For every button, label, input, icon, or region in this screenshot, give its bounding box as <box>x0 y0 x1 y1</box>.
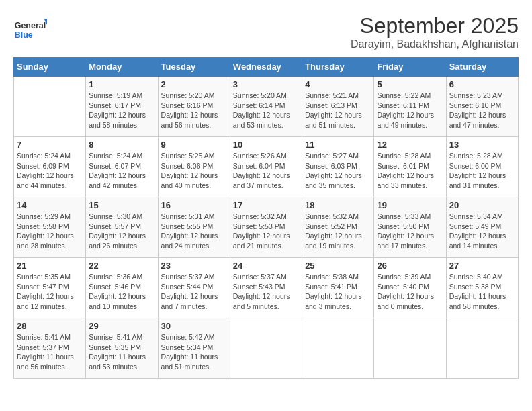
day-number: 2 <box>161 79 227 89</box>
day-number: 21 <box>17 261 83 271</box>
day-info: Sunrise: 5:36 AM Sunset: 5:46 PM Dayligh… <box>89 272 154 312</box>
day-info: Sunrise: 5:22 AM Sunset: 6:11 PM Dayligh… <box>377 91 443 130</box>
day-info: Sunrise: 5:29 AM Sunset: 5:58 PM Dayligh… <box>17 212 83 251</box>
day-info: Sunrise: 5:37 AM Sunset: 5:43 PM Dayligh… <box>233 272 299 312</box>
day-info: Sunrise: 5:34 AM Sunset: 5:49 PM Dayligh… <box>449 212 515 251</box>
day-info: Sunrise: 5:32 AM Sunset: 5:53 PM Dayligh… <box>233 212 299 251</box>
day-number: 19 <box>377 200 443 210</box>
day-info: Sunrise: 5:20 AM Sunset: 6:14 PM Dayligh… <box>233 91 299 130</box>
day-info: Sunrise: 5:28 AM Sunset: 6:00 PM Dayligh… <box>449 151 515 191</box>
calendar-cell: 20Sunrise: 5:34 AM Sunset: 5:49 PM Dayli… <box>446 197 518 258</box>
calendar-cell: 10Sunrise: 5:26 AM Sunset: 6:04 PM Dayli… <box>230 137 302 197</box>
weekday-header-friday: Friday <box>374 58 446 77</box>
day-number: 9 <box>161 140 227 150</box>
calendar-cell: 3Sunrise: 5:20 AM Sunset: 6:14 PM Daylig… <box>230 77 302 137</box>
calendar-cell: 30Sunrise: 5:42 AM Sunset: 5:34 PM Dayli… <box>158 318 230 379</box>
day-info: Sunrise: 5:21 AM Sunset: 6:13 PM Dayligh… <box>305 91 371 130</box>
day-number: 11 <box>305 140 371 150</box>
calendar-subtitle: Darayim, Badakhshan, Afghanistan <box>351 38 519 50</box>
calendar-cell: 2Sunrise: 5:20 AM Sunset: 6:16 PM Daylig… <box>158 77 230 137</box>
day-info: Sunrise: 5:20 AM Sunset: 6:16 PM Dayligh… <box>161 91 227 130</box>
calendar-cell: 21Sunrise: 5:35 AM Sunset: 5:47 PM Dayli… <box>14 258 86 318</box>
day-number: 14 <box>17 200 83 210</box>
day-info: Sunrise: 5:37 AM Sunset: 5:44 PM Dayligh… <box>161 272 227 312</box>
day-number: 30 <box>161 321 227 331</box>
week-row-3: 14Sunrise: 5:29 AM Sunset: 5:58 PM Dayli… <box>14 197 519 258</box>
calendar-cell: 16Sunrise: 5:31 AM Sunset: 5:55 PM Dayli… <box>158 197 230 258</box>
day-info: Sunrise: 5:41 AM Sunset: 5:37 PM Dayligh… <box>17 332 83 372</box>
day-info: Sunrise: 5:27 AM Sunset: 6:03 PM Dayligh… <box>305 151 371 191</box>
calendar-table: SundayMondayTuesdayWednesdayThursdayFrid… <box>13 57 519 379</box>
calendar-cell: 23Sunrise: 5:37 AM Sunset: 5:44 PM Dayli… <box>158 258 230 318</box>
calendar-cell: 18Sunrise: 5:32 AM Sunset: 5:52 PM Dayli… <box>302 197 374 258</box>
day-number: 23 <box>161 261 227 271</box>
day-info: Sunrise: 5:31 AM Sunset: 5:55 PM Dayligh… <box>161 212 227 251</box>
calendar-cell: 1Sunrise: 5:19 AM Sunset: 6:17 PM Daylig… <box>86 77 158 137</box>
calendar-cell: 28Sunrise: 5:41 AM Sunset: 5:37 PM Dayli… <box>14 318 86 379</box>
weekday-header-wednesday: Wednesday <box>230 58 302 77</box>
calendar-cell <box>14 77 86 137</box>
calendar-cell: 19Sunrise: 5:33 AM Sunset: 5:50 PM Dayli… <box>374 197 446 258</box>
day-info: Sunrise: 5:24 AM Sunset: 6:09 PM Dayligh… <box>17 151 83 191</box>
day-info: Sunrise: 5:40 AM Sunset: 5:38 PM Dayligh… <box>449 272 515 312</box>
calendar-cell: 22Sunrise: 5:36 AM Sunset: 5:46 PM Dayli… <box>86 258 158 318</box>
day-number: 13 <box>449 140 515 150</box>
svg-text:Blue: Blue <box>15 30 33 40</box>
day-number: 29 <box>89 321 154 331</box>
day-info: Sunrise: 5:30 AM Sunset: 5:57 PM Dayligh… <box>89 212 154 251</box>
week-row-5: 28Sunrise: 5:41 AM Sunset: 5:37 PM Dayli… <box>14 318 519 379</box>
day-info: Sunrise: 5:35 AM Sunset: 5:47 PM Dayligh… <box>17 272 83 312</box>
weekday-header-thursday: Thursday <box>302 58 374 77</box>
day-number: 6 <box>449 79 515 89</box>
weekday-header-sunday: Sunday <box>14 58 86 77</box>
calendar-cell <box>446 318 518 379</box>
day-number: 15 <box>89 200 154 210</box>
weekday-header-monday: Monday <box>86 58 158 77</box>
day-number: 25 <box>305 261 371 271</box>
day-number: 28 <box>17 321 83 331</box>
calendar-cell: 9Sunrise: 5:25 AM Sunset: 6:06 PM Daylig… <box>158 137 230 197</box>
calendar-cell: 15Sunrise: 5:30 AM Sunset: 5:57 PM Dayli… <box>86 197 158 258</box>
calendar-cell <box>230 318 302 379</box>
title-block: September 2025 Darayim, Badakhshan, Afgh… <box>351 13 519 50</box>
weekday-header-row: SundayMondayTuesdayWednesdayThursdayFrid… <box>14 58 519 77</box>
day-number: 20 <box>449 200 515 210</box>
calendar-cell: 24Sunrise: 5:37 AM Sunset: 5:43 PM Dayli… <box>230 258 302 318</box>
day-info: Sunrise: 5:23 AM Sunset: 6:10 PM Dayligh… <box>449 91 515 130</box>
day-number: 26 <box>377 261 443 271</box>
day-number: 4 <box>305 79 371 89</box>
day-info: Sunrise: 5:32 AM Sunset: 5:52 PM Dayligh… <box>305 212 371 251</box>
calendar-cell: 25Sunrise: 5:38 AM Sunset: 5:41 PM Dayli… <box>302 258 374 318</box>
calendar-cell: 8Sunrise: 5:24 AM Sunset: 6:07 PM Daylig… <box>86 137 158 197</box>
calendar-cell: 13Sunrise: 5:28 AM Sunset: 6:00 PM Dayli… <box>446 137 518 197</box>
calendar-cell: 4Sunrise: 5:21 AM Sunset: 6:13 PM Daylig… <box>302 77 374 137</box>
day-number: 10 <box>233 140 299 150</box>
day-info: Sunrise: 5:33 AM Sunset: 5:50 PM Dayligh… <box>377 212 443 251</box>
day-info: Sunrise: 5:26 AM Sunset: 6:04 PM Dayligh… <box>233 151 299 191</box>
day-number: 22 <box>89 261 154 271</box>
logo: General Blue <box>13 13 47 47</box>
day-number: 3 <box>233 79 299 89</box>
day-number: 16 <box>161 200 227 210</box>
day-number: 12 <box>377 140 443 150</box>
calendar-cell: 11Sunrise: 5:27 AM Sunset: 6:03 PM Dayli… <box>302 137 374 197</box>
logo-svg: General Blue <box>13 13 47 47</box>
weekday-header-tuesday: Tuesday <box>158 58 230 77</box>
day-number: 17 <box>233 200 299 210</box>
calendar-cell: 26Sunrise: 5:39 AM Sunset: 5:40 PM Dayli… <box>374 258 446 318</box>
calendar-cell: 29Sunrise: 5:41 AM Sunset: 5:35 PM Dayli… <box>86 318 158 379</box>
day-info: Sunrise: 5:39 AM Sunset: 5:40 PM Dayligh… <box>377 272 443 312</box>
calendar-cell: 6Sunrise: 5:23 AM Sunset: 6:10 PM Daylig… <box>446 77 518 137</box>
day-number: 24 <box>233 261 299 271</box>
day-info: Sunrise: 5:41 AM Sunset: 5:35 PM Dayligh… <box>89 332 154 372</box>
svg-text:General: General <box>15 21 46 31</box>
week-row-2: 7Sunrise: 5:24 AM Sunset: 6:09 PM Daylig… <box>14 137 519 197</box>
day-number: 8 <box>89 140 154 150</box>
day-info: Sunrise: 5:25 AM Sunset: 6:06 PM Dayligh… <box>161 151 227 191</box>
calendar-title: September 2025 <box>351 13 519 38</box>
day-info: Sunrise: 5:19 AM Sunset: 6:17 PM Dayligh… <box>89 91 154 130</box>
week-row-1: 1Sunrise: 5:19 AM Sunset: 6:17 PM Daylig… <box>14 77 519 137</box>
week-row-4: 21Sunrise: 5:35 AM Sunset: 5:47 PM Dayli… <box>14 258 519 318</box>
day-number: 7 <box>17 140 83 150</box>
page-header: General Blue September 2025 Darayim, Bad… <box>13 13 519 50</box>
